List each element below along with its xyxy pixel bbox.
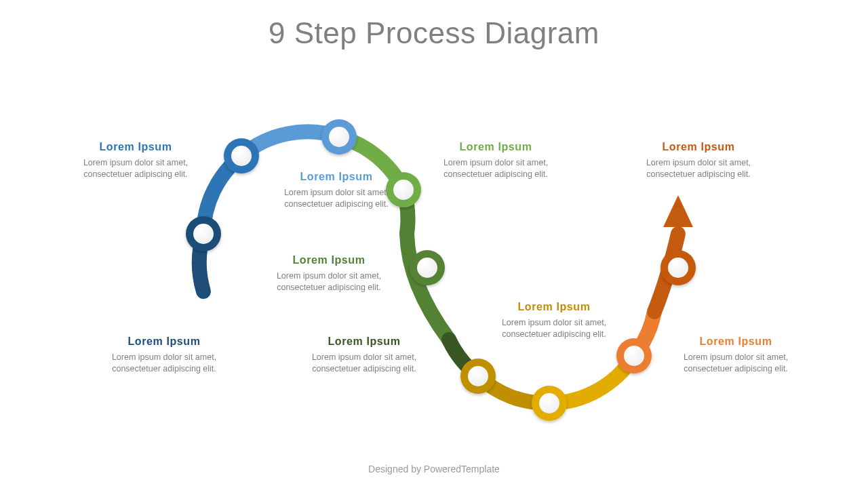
svg-point-5: [231, 146, 252, 166]
svg-point-11: [417, 258, 437, 278]
step-heading: Lorem Ipsum: [93, 336, 235, 348]
step-body: Lorem ipsum dolor sit amet, consectetuer…: [265, 187, 408, 210]
svg-point-15: [539, 393, 559, 413]
svg-point-3: [193, 224, 214, 244]
step-heading: Lorem Ipsum: [627, 141, 770, 153]
svg-point-17: [624, 346, 644, 366]
step-body: Lorem ipsum dolor sit amet, consectetuer…: [93, 352, 235, 375]
step-9-label: Lorem Ipsum Lorem ipsum dolor sit amet, …: [627, 141, 770, 180]
step-heading: Lorem Ipsum: [258, 254, 400, 266]
step-heading: Lorem Ipsum: [483, 301, 625, 313]
step-body: Lorem ipsum dolor sit amet, consectetuer…: [627, 157, 770, 180]
step-body: Lorem ipsum dolor sit amet, consectetuer…: [665, 352, 807, 375]
step-body: Lorem ipsum dolor sit amet, consectetuer…: [64, 157, 207, 180]
step-6-label: Lorem Ipsum Lorem ipsum dolor sit amet, …: [293, 336, 435, 375]
step-heading: Lorem Ipsum: [265, 171, 408, 183]
step-8-label: Lorem Ipsum Lorem ipsum dolor sit amet, …: [665, 336, 807, 375]
step-heading: Lorem Ipsum: [665, 336, 807, 348]
step-1-label: Lorem Ipsum Lorem ipsum dolor sit amet, …: [93, 336, 235, 375]
step-4-label: Lorem Ipsum Lorem ipsum dolor sit amet, …: [425, 141, 567, 180]
step-5-label: Lorem Ipsum Lorem ipsum dolor sit amet, …: [258, 254, 400, 293]
svg-point-13: [468, 366, 488, 386]
svg-point-1: [197, 285, 210, 298]
step-2-label: Lorem Ipsum Lorem ipsum dolor sit amet, …: [64, 141, 207, 180]
step-body: Lorem ipsum dolor sit amet, consectetuer…: [258, 270, 400, 293]
step-body: Lorem ipsum dolor sit amet, consectetuer…: [425, 157, 567, 180]
svg-marker-0: [663, 195, 693, 227]
step-7-label: Lorem Ipsum Lorem ipsum dolor sit amet, …: [483, 301, 625, 340]
step-heading: Lorem Ipsum: [293, 336, 435, 348]
step-3-label: Lorem Ipsum Lorem ipsum dolor sit amet, …: [265, 171, 408, 210]
step-body: Lorem ipsum dolor sit amet, consectetuer…: [293, 352, 435, 375]
step-heading: Lorem Ipsum: [425, 141, 567, 153]
step-body: Lorem ipsum dolor sit amet, consectetuer…: [483, 317, 625, 340]
process-diagram: [0, 0, 868, 488]
footer-credit: Designed by PoweredTemplate: [0, 464, 868, 474]
step-heading: Lorem Ipsum: [64, 141, 207, 153]
svg-point-19: [668, 258, 688, 278]
svg-point-7: [329, 127, 349, 147]
